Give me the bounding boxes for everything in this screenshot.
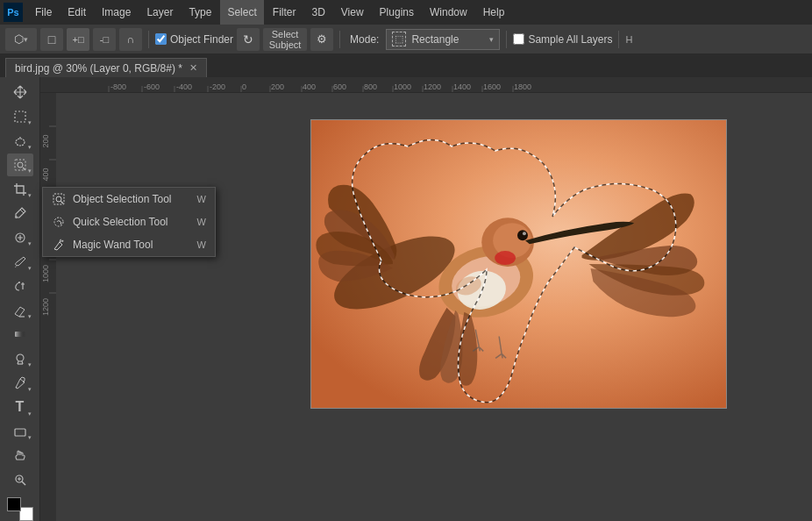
svg-point-64 xyxy=(495,251,516,265)
extra-option: H xyxy=(625,34,632,45)
new-selection-btn[interactable]: □ xyxy=(40,28,63,51)
tool-healing[interactable]: ▾ xyxy=(7,226,33,250)
menu-file[interactable]: File xyxy=(28,0,59,25)
bg-color[interactable] xyxy=(19,507,33,521)
options-bar: ⬡▾ □ +□ -□ ∩ Object Finder ↻ Select Subj… xyxy=(0,25,812,54)
magic-wand-icon xyxy=(52,238,66,252)
menu-window[interactable]: Window xyxy=(423,0,474,25)
canvas-image[interactable] xyxy=(310,119,727,409)
tool-eyedropper[interactable] xyxy=(7,202,33,225)
intersect-selection-btn[interactable]: ∩ xyxy=(119,28,142,51)
svg-point-63 xyxy=(523,232,526,235)
menu-layer[interactable]: Layer xyxy=(139,0,180,25)
menu-item-magic-wand[interactable]: Magic Wand Tool W xyxy=(43,233,215,256)
menu-edit[interactable]: Edit xyxy=(61,0,93,25)
svg-text:-400: -400 xyxy=(176,82,192,91)
tool-move[interactable] xyxy=(7,81,33,104)
type-icon: T xyxy=(16,399,25,415)
tool-eraser[interactable]: ▾ xyxy=(7,298,33,322)
mode-label: Mode: xyxy=(350,33,379,46)
ruler-top: -800 -600 -400 -200 0 200 400 600 800 10… xyxy=(40,77,812,93)
tool-zoom[interactable] xyxy=(7,468,33,492)
subtract-selection-btn[interactable]: -□ xyxy=(93,28,116,51)
tool-crop[interactable]: ▾ xyxy=(7,177,33,201)
tool-type[interactable]: T ▾ xyxy=(7,396,33,419)
tool-dodge[interactable]: ▾ xyxy=(7,347,33,371)
svg-text:400: 400 xyxy=(303,82,316,91)
ruler-left-svg: 200 400 600 800 1000 1200 xyxy=(40,93,56,521)
quick-selection-label: Quick Selection Tool xyxy=(73,216,190,228)
menu-item-quick-selection[interactable]: Quick Selection Tool W xyxy=(43,211,215,233)
svg-rect-7 xyxy=(15,332,25,337)
sample-all-layers-label[interactable]: Sample All Layers xyxy=(513,33,612,46)
menu-help[interactable]: Help xyxy=(476,0,512,25)
menu-type[interactable]: Type xyxy=(182,0,218,25)
tool-hand[interactable] xyxy=(7,444,33,467)
select-subject-btn[interactable]: Select Subject xyxy=(263,28,307,51)
tool-pen[interactable]: ▾ xyxy=(7,371,33,395)
main-area: ▾ ▾ ▾ ▾ xyxy=(0,77,812,521)
svg-text:600: 600 xyxy=(333,82,346,91)
svg-text:1000: 1000 xyxy=(394,82,411,91)
separator-2 xyxy=(339,31,340,48)
svg-text:1800: 1800 xyxy=(514,82,531,91)
sub-arrow-obj-sel: ▾ xyxy=(28,168,32,175)
svg-point-8 xyxy=(17,354,24,361)
svg-point-3 xyxy=(18,162,23,168)
tool-marquee[interactable]: ▾ xyxy=(7,105,33,129)
object-finder-label[interactable]: Object Finder xyxy=(155,33,233,46)
svg-text:400: 400 xyxy=(41,168,50,181)
mode-icon: ⬚ xyxy=(392,32,406,46)
tool-object-selection[interactable]: ▾ xyxy=(7,153,33,177)
selection-tool-btn[interactable]: ⬡▾ xyxy=(5,28,37,51)
svg-text:200: 200 xyxy=(41,134,50,147)
svg-text:200: 200 xyxy=(271,82,284,91)
quick-selection-shortcut: W xyxy=(197,217,206,227)
svg-point-9 xyxy=(15,386,16,387)
menu-view[interactable]: View xyxy=(334,0,371,25)
ruler-top-svg: -800 -600 -400 -200 0 200 400 600 800 10… xyxy=(40,77,812,92)
toolbar: ▾ ▾ ▾ ▾ xyxy=(0,77,40,521)
tool-brush[interactable]: ▾ xyxy=(7,250,33,274)
settings-btn[interactable]: ⚙ xyxy=(310,28,333,51)
separator-1 xyxy=(148,31,149,48)
add-selection-btn[interactable]: +□ xyxy=(67,28,89,51)
tool-clone[interactable] xyxy=(7,275,33,298)
tool-gradient[interactable] xyxy=(7,323,33,346)
mode-dropdown[interactable]: ⬚ Rectangle ▾ xyxy=(386,29,500,50)
close-tab-btn[interactable]: ✕ xyxy=(189,62,197,74)
sub-arrow-lasso: ▾ xyxy=(28,144,32,151)
svg-text:-600: -600 xyxy=(144,82,160,91)
svg-text:1600: 1600 xyxy=(483,82,501,91)
separator-3 xyxy=(506,31,507,48)
canvas-area: -800 -600 -400 -200 0 200 400 600 800 10… xyxy=(40,77,812,521)
object-selection-icon xyxy=(52,192,66,206)
tool-shape[interactable]: ▾ xyxy=(7,420,33,444)
object-finder-checkbox[interactable] xyxy=(155,33,167,45)
menu-filter[interactable]: Filter xyxy=(266,0,303,25)
tool-lasso[interactable]: ▾ xyxy=(7,129,33,153)
menu-select[interactable]: Select xyxy=(220,0,263,25)
app-logo: Ps xyxy=(4,3,23,22)
svg-text:1000: 1000 xyxy=(41,265,50,282)
svg-rect-0 xyxy=(15,111,25,122)
ruler-left: 200 400 600 800 1000 1200 xyxy=(40,93,56,521)
sub-arrow-crop: ▾ xyxy=(28,192,32,199)
tab-bar: bird.jpg @ 30% (Layer 0, RGB/8#) * ✕ xyxy=(0,54,812,77)
fg-color[interactable] xyxy=(7,497,21,511)
menu-3d[interactable]: 3D xyxy=(304,0,331,25)
object-selection-shortcut: W xyxy=(197,194,206,204)
svg-point-6 xyxy=(18,282,20,283)
document-tab[interactable]: bird.jpg @ 30% (Layer 0, RGB/8#) * ✕ xyxy=(5,58,207,77)
svg-text:-800: -800 xyxy=(110,82,126,91)
menu-image[interactable]: Image xyxy=(95,0,138,25)
svg-text:1200: 1200 xyxy=(41,298,50,316)
sample-all-layers-checkbox[interactable] xyxy=(513,33,524,45)
tab-label: bird.jpg @ 30% (Layer 0, RGB/8#) * xyxy=(15,62,182,75)
menu-plugins[interactable]: Plugins xyxy=(373,0,421,25)
mode-value: Rectangle xyxy=(411,33,459,46)
menu-item-object-selection[interactable]: Object Selection Tool W xyxy=(43,188,215,211)
svg-point-67 xyxy=(54,218,63,226)
refresh-btn[interactable]: ↻ xyxy=(237,28,260,51)
bird-svg xyxy=(311,120,726,408)
